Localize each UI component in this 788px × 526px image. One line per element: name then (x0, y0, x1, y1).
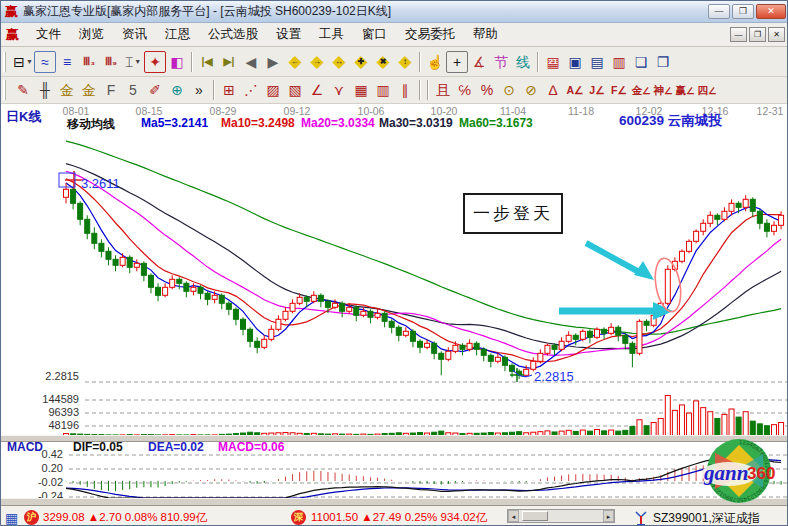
gann-fan-button-glyph: ⋰ (244, 83, 258, 97)
volume-axis-label: 144589 (42, 393, 79, 405)
vee-line-button[interactable]: ⋎ (328, 79, 350, 101)
candle-body (750, 199, 755, 211)
gann-box-button-glyph: ⊞ (223, 83, 235, 97)
brush-tool-button[interactable]: ✎ (12, 79, 34, 101)
tool-circle-gold-button[interactable]: ⊙ (498, 79, 520, 101)
pane-divider[interactable] (1, 435, 788, 442)
child-restore-button[interactable]: ❐ (749, 27, 766, 42)
angle-line-button[interactable]: ∠ (306, 79, 328, 101)
scroll-right-icon[interactable]: ▸ (603, 510, 614, 522)
chip-figure-button[interactable]: ✦ (144, 51, 166, 73)
crosshair-button[interactable]: + (446, 51, 468, 73)
restore-button[interactable]: ❐ (732, 4, 754, 19)
tool-ying-angle-button[interactable]: 赢∠ (674, 79, 696, 101)
app-window: 赢 赢家江恩专业版[赢家内部服务平台] - [云南城投 SH600239-102… (0, 0, 788, 526)
profile-chart-button[interactable]: ◧ (166, 51, 188, 73)
mark-pen-button[interactable]: ✐ (144, 79, 166, 101)
menu-item-3[interactable]: 资讯 (113, 23, 156, 46)
sh-pct: 0.08% (125, 511, 158, 523)
last-bar-button[interactable]: ▶| (218, 51, 240, 73)
child-close-button[interactable]: ✕ (768, 27, 785, 42)
slant-line-button[interactable]: ∥ (394, 79, 416, 101)
candle-body (269, 329, 274, 339)
menu-item-7[interactable]: 工具 (310, 23, 353, 46)
menu-item-2[interactable]: 浏览 (70, 23, 113, 46)
diamond-ud-button[interactable]: ◆↕ (394, 51, 416, 73)
tool-qie-button[interactable]: 且 (432, 79, 454, 101)
tool-gold-angle-button[interactable]: 金∠ (630, 79, 652, 101)
tool-f-angle-button[interactable]: F∠ (608, 79, 630, 101)
logo-360-text: 360 (747, 464, 775, 483)
gold-grid2-button[interactable]: 金 (78, 79, 100, 101)
globe-tool-button[interactable]: ⊕ (166, 79, 188, 101)
tool-a-angle-button[interactable]: A∠ (564, 79, 586, 101)
kline-period-button[interactable]: ⊟▼ (12, 51, 34, 73)
tool-shen-angle-button[interactable]: 神∠ (652, 79, 674, 101)
line-tool-button[interactable]: 线 (512, 51, 534, 73)
three-bar-button-glyph: Ⅲ₃ (83, 56, 95, 67)
minimize-button[interactable]: — (708, 4, 730, 19)
calendar-status-icon[interactable]: ▦ (5, 510, 18, 526)
info-list-button[interactable]: ≡ (56, 51, 78, 73)
next-bar-button[interactable]: ▶ (262, 51, 284, 73)
menu-item-8[interactable]: 窗口 (353, 23, 396, 46)
status-scrollbar[interactable]: ◂ ▸ (507, 509, 615, 523)
more-tools-button[interactable]: » (188, 79, 210, 101)
menu-item-1[interactable]: 文件 (27, 23, 70, 46)
gold-grid-button[interactable]: 金 (56, 79, 78, 101)
crosshair-button-glyph: + (453, 55, 461, 69)
fan-box-button[interactable]: ▨ (262, 79, 284, 101)
pan-tool-button[interactable]: ☝ (424, 51, 446, 73)
tool-percent-button[interactable]: % (476, 79, 498, 101)
tool-delta-button[interactable]: ∆ (542, 79, 564, 101)
candle-style-button[interactable]: ⌶▼ (122, 51, 144, 73)
prev-bar-button[interactable]: ◀ (240, 51, 262, 73)
export-button[interactable]: ❐ (652, 51, 674, 73)
close-button[interactable]: ✕ (756, 4, 786, 19)
bottom-splitter[interactable] (1, 498, 788, 506)
menu-item-6[interactable]: 设置 (267, 23, 310, 46)
gann-cycle-button[interactable]: 节 (490, 51, 512, 73)
f-grid-button[interactable]: F (100, 79, 122, 101)
diamond-left-button[interactable]: ◆← (284, 51, 306, 73)
current-index-label[interactable]: SZ399001,深证成指 (653, 510, 760, 526)
tool-circle-slash-button[interactable]: ⊘ (520, 79, 542, 101)
three-bar-button[interactable]: Ⅲ₃ (78, 51, 100, 73)
col-grid-button[interactable]: ▥ (372, 79, 394, 101)
calculator-button[interactable]: ▣ (564, 51, 586, 73)
diamond-plus-button[interactable]: ◆✚ (350, 51, 372, 73)
save-button[interactable]: ▥ (608, 51, 630, 73)
grid-tool-button[interactable]: ╫ (34, 79, 56, 101)
five-grid-button[interactable]: 5 (122, 79, 144, 101)
scroll-left-icon[interactable]: ◂ (508, 510, 519, 522)
gann-fan-button[interactable]: ⋰ (240, 79, 262, 101)
candle-body (474, 343, 479, 349)
price-grid-button[interactable]: ▦ (350, 79, 372, 101)
tool-si-angle-button[interactable]: 四∠ (696, 79, 718, 101)
calendar-button[interactable]: ▦21 (542, 51, 564, 73)
diamond-x-button[interactable]: ◆✖ (372, 51, 394, 73)
first-bar-button[interactable]: |◀ (196, 51, 218, 73)
tool-j-angle-button[interactable]: J∠ (586, 79, 608, 101)
send-button[interactable]: ❏ (630, 51, 652, 73)
memo-button[interactable]: ▤ (586, 51, 608, 73)
fan-box2-button[interactable]: ▧ (284, 79, 306, 101)
scroll-thumb[interactable] (522, 511, 548, 521)
nine-bar-button[interactable]: Ⅲ₉ (100, 51, 122, 73)
menu-item-10[interactable]: 帮助 (464, 23, 507, 46)
diamond-right-button[interactable]: ◆→ (306, 51, 328, 73)
volume-bar (722, 414, 727, 436)
tool-pct-ratio-button[interactable]: ℅ (454, 79, 476, 101)
gold-grid2-button-glyph: 金 (82, 83, 96, 97)
angle-tool-button[interactable]: ∡ (468, 51, 490, 73)
diamond-arrow-glyph: ↔ (335, 58, 343, 66)
gann-box-button[interactable]: ⊞ (218, 79, 240, 101)
menu-item-9[interactable]: 交易委托 (396, 23, 464, 46)
child-minimize-button[interactable]: — (730, 27, 747, 42)
candle-body (198, 287, 203, 293)
wave-overlay-button[interactable]: ≈ (34, 51, 56, 73)
menu-item-5[interactable]: 公式选股 (199, 23, 267, 46)
diamond-lr-button[interactable]: ◆↔ (328, 51, 350, 73)
annotation-box[interactable]: 一步登天 (463, 193, 563, 234)
menu-item-4[interactable]: 江恩 (156, 23, 199, 46)
